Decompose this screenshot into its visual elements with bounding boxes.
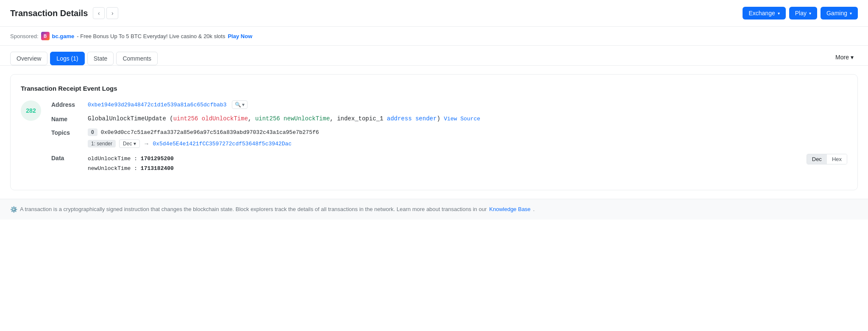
nav-prev-button[interactable]: ‹ xyxy=(93,7,105,19)
address-label: Address xyxy=(51,100,81,108)
address-zoom-button[interactable]: 🔍 ▾ xyxy=(232,100,248,109)
page-title: Transaction Details xyxy=(10,8,88,18)
footer: ⚙️ A transaction is a cryptographically … xyxy=(0,199,868,220)
tab-overview[interactable]: Overview xyxy=(10,52,47,65)
search-icon: 🔍 xyxy=(235,102,241,108)
data-line-1: newUnlockTime : 1713182400 xyxy=(88,164,847,173)
tab-state[interactable]: State xyxy=(87,52,114,65)
header: Transaction Details ‹ › Exchange ▾ Play … xyxy=(0,0,868,27)
knowledge-base-link[interactable]: Knowledge Base xyxy=(489,206,531,212)
param-close: ) xyxy=(437,115,444,122)
sponsored-bar: Sponsored: B bc.game - Free Bonus Up To … xyxy=(0,27,868,46)
topics-wrapper: 0 0x0e9d0cc7c51ae2ffaa3372a85e96a97c516a… xyxy=(88,128,847,148)
sponsored-label: Sponsored: xyxy=(10,33,39,39)
address-value: 0xbe194e93d29a48472c1d1e539a81a6c65dcfba… xyxy=(88,100,847,109)
dec-dropdown-button[interactable]: Dec ▾ xyxy=(119,139,140,148)
chevron-down-icon: ▾ xyxy=(778,11,780,16)
footer-text: A transaction is a cryptographically sig… xyxy=(20,206,487,212)
log-details: Address 0xbe194e93d29a48472c1d1e539a81a6… xyxy=(51,100,847,180)
topics-row: Topics 0 0x0e9d0cc7c51ae2ffaa3372a85e96a… xyxy=(51,128,847,148)
exchange-dropdown-button[interactable]: Exchange ▾ xyxy=(743,7,785,19)
log-index-badge: 282 xyxy=(21,100,41,121)
footer-text-end: . xyxy=(533,206,535,212)
gaming-dropdown-button[interactable]: Gaming ▾ xyxy=(821,7,858,19)
topic-row-0: 0 0x0e9d0cc7c51ae2ffaa3372a85e96a97c516a… xyxy=(88,128,847,136)
name-row: Name GlobalUnlockTimeUpdate (uint256 old… xyxy=(51,115,847,122)
dec-format-button[interactable]: Dec xyxy=(807,154,827,164)
hex-format-button[interactable]: Hex xyxy=(827,154,847,164)
header-left: Transaction Details ‹ › xyxy=(10,7,118,19)
data-value-section: oldUnlockTime : 1701295200 newUnlockTime… xyxy=(88,154,847,174)
nav-next-button[interactable]: › xyxy=(106,7,118,19)
data-lines: oldUnlockTime : 1701295200 newUnlockTime… xyxy=(88,154,847,174)
topic-hash-0: 0x0e9d0cc7c51ae2ffaa3372a85e96a97c516a83… xyxy=(101,129,319,136)
name-value: GlobalUnlockTimeUpdate (uint256 oldUnloc… xyxy=(88,115,847,122)
play-label: Play xyxy=(795,10,807,17)
gaming-label: Gaming xyxy=(826,10,847,17)
page-wrapper: Transaction Details ‹ › Exchange ▾ Play … xyxy=(0,0,868,331)
data-key-1: newUnlockTime : xyxy=(88,165,141,172)
data-val-0: 1701295200 xyxy=(141,156,174,162)
chevron-down-icon: ▾ xyxy=(134,141,136,147)
bc-game-icon: B xyxy=(41,32,50,40)
data-val-1: 1713182400 xyxy=(141,165,174,172)
function-name: GlobalUnlockTimeUpdate ( xyxy=(88,115,173,122)
sponsored-description: - Free Bonus Up To 5 BTC Everyday! Live … xyxy=(77,33,225,39)
param-sep-2: , index_topic_1 xyxy=(330,115,387,122)
more-dropdown-button[interactable]: More ▾ xyxy=(831,51,858,64)
data-format-buttons: Dec Hex xyxy=(807,154,847,164)
chevron-down-icon: ▾ xyxy=(850,11,852,16)
tab-comments[interactable]: Comments xyxy=(116,52,158,65)
param-address: address sender xyxy=(387,115,437,122)
chevron-down-icon: ▾ xyxy=(242,102,245,108)
dec-label: Dec xyxy=(123,141,132,147)
param-uint256-2: uint256 newUnlockTime xyxy=(255,115,330,122)
address-link[interactable]: 0xbe194e93d29a48472c1d1e539a81a6c65dcfba… xyxy=(88,102,227,108)
more-label: More xyxy=(835,54,849,61)
param-uint256-1: uint256 oldUnlockTime xyxy=(173,115,248,122)
topic-index-0: 0 xyxy=(88,128,97,136)
data-label: Data xyxy=(51,154,81,161)
tabs-bar: Overview Logs (1) State Comments More ▾ xyxy=(0,46,868,66)
bc-game-link[interactable]: bc.game xyxy=(52,33,75,39)
log-entry: 282 Address 0xbe194e93d29a48472c1d1e539a… xyxy=(21,100,847,180)
tabs-left: Overview Logs (1) State Comments xyxy=(10,52,158,65)
name-label: Name xyxy=(51,115,81,122)
topic-sender-label: 1: sender xyxy=(88,140,116,147)
topics-label: Topics xyxy=(51,128,81,136)
chevron-down-icon: ▾ xyxy=(809,11,811,16)
data-line-0: oldUnlockTime : 1701295200 xyxy=(88,154,847,164)
topic-row-1: 1: sender Dec ▾ → 0x5d4e5E4e1421fCC35972… xyxy=(88,139,847,148)
param-sep-1: , xyxy=(248,115,255,122)
nav-arrows: ‹ › xyxy=(93,7,118,19)
data-row: Data oldUnlockTime : 1701295200 newUnloc… xyxy=(51,154,847,174)
header-right: Exchange ▾ Play ▾ Gaming ▾ xyxy=(743,7,858,19)
tab-logs[interactable]: Logs (1) xyxy=(50,52,84,65)
view-source-link[interactable]: View Source xyxy=(444,116,480,122)
data-key-0: oldUnlockTime : xyxy=(88,156,141,162)
chevron-down-icon: ▾ xyxy=(851,54,854,61)
play-dropdown-button[interactable]: Play ▾ xyxy=(789,7,817,19)
info-icon: ⚙️ xyxy=(10,206,17,213)
arrow-right-icon: → xyxy=(143,140,149,147)
address-row: Address 0xbe194e93d29a48472c1d1e539a81a6… xyxy=(51,100,847,109)
main-content: Transaction Receipt Event Logs 282 Addre… xyxy=(0,66,868,199)
play-now-link[interactable]: Play Now xyxy=(228,33,252,39)
event-logs-card: Transaction Receipt Event Logs 282 Addre… xyxy=(10,74,858,190)
exchange-label: Exchange xyxy=(748,10,775,17)
sender-address-link[interactable]: 0x5d4e5E4e1421fCC3597272cdf53648f5c3942D… xyxy=(153,141,292,147)
card-title: Transaction Receipt Event Logs xyxy=(21,85,847,92)
